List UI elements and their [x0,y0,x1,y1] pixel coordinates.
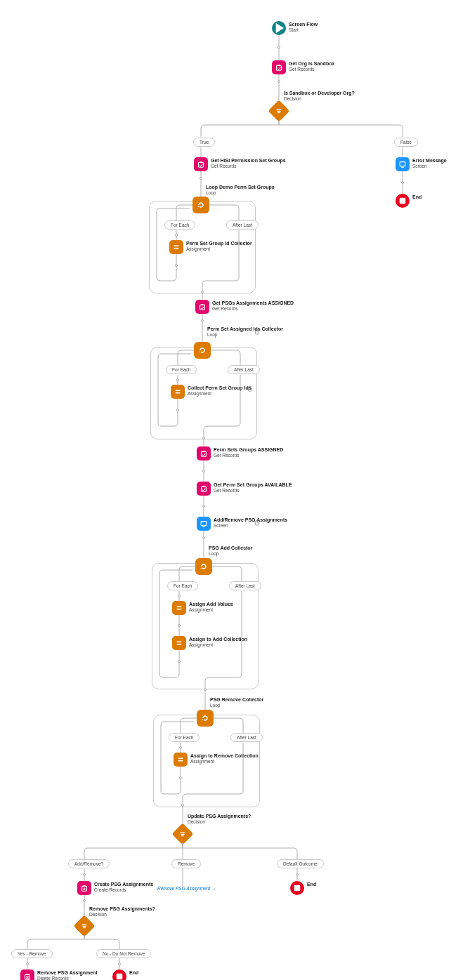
connector-dot[interactable] [178,624,181,627]
assignment-icon [172,601,186,615]
connector-dot[interactable] [26,962,29,965]
node-title: Perm Set Assigned Ids Collector [207,326,283,332]
pill-afterlast: After Last [228,365,260,374]
connector-dot[interactable] [178,595,181,597]
pill-no-remove: No - Do Not Remove [96,949,151,958]
connector-dot[interactable] [202,437,205,439]
connector-dot[interactable] [401,181,404,184]
loop-icon [192,197,209,213]
node-title: Create PSG Assignments [94,882,153,887]
decision-icon [268,100,289,121]
psg-remove-collector-node[interactable] [197,710,214,727]
psg-id-collector-node[interactable]: Perm Set Group Id Collector Assignment [169,240,252,254]
loop-icon [194,342,211,359]
remove-psg-assignment-node[interactable]: Remove PSG Assignment Delete Records +1 … [20,969,98,980]
delete-records-icon [20,969,34,980]
node-sub: Loop [206,190,275,196]
collect-psg-ids-node[interactable]: Collect Perm Set Group Ids Assignment [171,385,251,399]
get-records-icon [197,446,211,461]
assignment-icon [169,240,183,254]
create-psg-assignments-node[interactable]: Create PSG Assignments Create Records [77,881,153,895]
connector-dot[interactable] [204,688,207,691]
pill-afterlast: After Last [226,220,259,230]
psg-add-collector-node[interactable] [195,558,212,575]
get-hisi-psg-node[interactable]: Get HISI Permission Set Groups Get Recor… [194,157,286,171]
end-error-node[interactable]: End [396,194,421,208]
get-psg-assigned-node[interactable]: Get PSGs Assignments ASSIGNED Get Record… [195,300,294,314]
assign-add-values-node[interactable]: Assign Add Values Assignment [172,601,233,615]
perm-set-assigned-collector-node[interactable] [194,342,211,359]
note-icon [247,385,253,391]
node-title: Collect Perm Set Group Ids [188,385,251,391]
connector-dot[interactable] [176,378,179,381]
node-title: Update PSG Assignments? [188,814,251,819]
node-sub: Get Records [214,453,283,458]
add-remove-psg-screen-node[interactable]: Add/Remove PSG Assignments Screen [197,517,287,531]
end-no-node[interactable]: End [112,969,138,980]
node-sub: Loop [209,551,252,557]
node-title: Assign Add Values [189,602,233,607]
connector-dot[interactable] [202,536,205,539]
connector-dot[interactable] [277,80,280,83]
connector-dot[interactable] [200,177,202,180]
node-sub: Screen [214,523,287,529]
node-title: Perm Sets Groups ASSIGNED [214,447,283,453]
start-node[interactable]: Screen Flow Start [272,21,318,35]
node-title: Error Message [412,158,447,164]
decision-sandbox-node[interactable] [271,103,287,119]
node-title: Get Perm Set Groups AVAILABLE [214,482,292,488]
connector-dot[interactable] [179,746,182,749]
start-title: Screen Flow [289,22,318,27]
assignment-icon [171,385,185,399]
remove-psg-decision-node[interactable] [77,918,92,934]
connector-dot[interactable] [83,873,86,876]
connector-dot[interactable] [296,873,299,876]
connector-dot[interactable] [201,319,204,322]
node-sub: Delete Records [37,976,98,980]
end-default-node[interactable]: End [290,881,316,895]
error-message-node[interactable]: Error Message Screen [396,157,447,171]
node-title: Remove PSG Assignments? [89,906,155,912]
connector-dot[interactable] [181,804,184,807]
connector-dot[interactable] [118,962,121,965]
update-psg-label: Update PSG Assignments? Decision [188,813,251,825]
assign-remove-collection-node[interactable]: Assign to Remove Collection Assignment [174,753,259,767]
connector-dot[interactable] [202,470,205,472]
node-sub: Assignment [189,607,233,613]
loop-icon [197,710,214,727]
get-org-sandbox-node[interactable]: Get Org Is Sandbox Get Records [272,60,334,74]
connector-dot[interactable] [175,264,178,267]
connector-dot[interactable] [201,291,204,293]
node-title: PSG Remove Collector [210,697,263,703]
node-title: Get HISI Permission Set Groups [211,158,286,164]
pill-false: False [394,138,418,147]
connector-dot[interactable] [178,660,181,663]
update-psg-decision-node[interactable] [175,826,190,842]
node-sub: Assignment [188,391,251,397]
goto-remove-psg-link[interactable]: Remove PSG Assignment → [157,886,216,891]
loop-demo-psg-label: Loop Demo Perm Set Groups Loop [206,184,275,196]
node-title: Assign to Add Collection [189,637,247,642]
perm-sets-groups-assigned-node[interactable]: Perm Sets Groups ASSIGNED Get Records [197,446,283,461]
connector-dot[interactable] [277,46,280,49]
connector-dot[interactable] [202,505,205,508]
end-icon [396,194,410,208]
pill-foreach: For Each [167,581,198,590]
connector-dot[interactable] [176,409,179,411]
loop-demo-psg-node[interactable] [192,197,209,213]
play-icon [272,21,286,35]
connector-dot[interactable] [83,899,86,902]
node-sub: Screen [412,164,447,169]
node-title: Perm Set Group Id Collector [186,241,252,246]
pill-foreach: For Each [166,365,197,374]
create-records-icon [77,881,91,895]
end-icon [112,969,126,980]
pill-default-outcome: Default Outcome [277,859,324,868]
connector-dot[interactable] [179,776,182,779]
node-sub: Decision [89,912,155,918]
pill-foreach: For Each [164,220,195,230]
assign-add-collection-node[interactable]: Assign to Add Collection Assignment [172,636,247,650]
pill-remove: Remove [171,859,201,868]
get-psg-available-node[interactable]: Get Perm Set Groups AVAILABLE Get Record… [197,482,292,496]
connector-dot[interactable] [175,234,178,237]
